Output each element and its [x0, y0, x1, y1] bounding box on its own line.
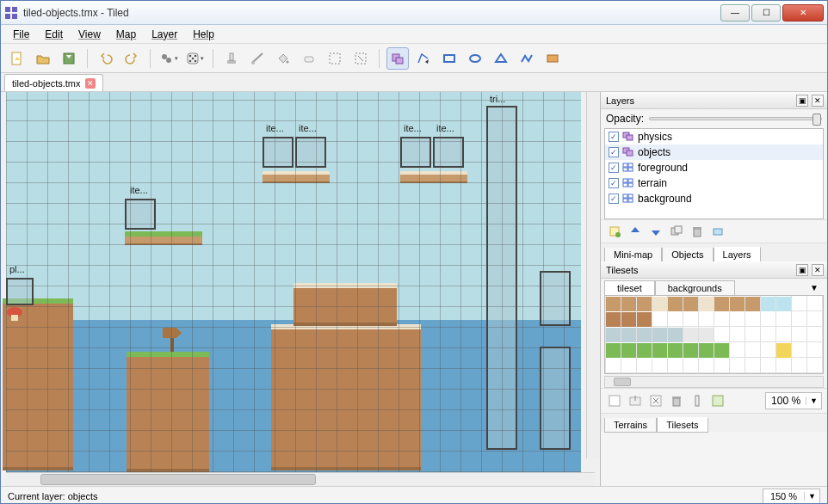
layer-row-terrain[interactable]: ✓ terrain: [605, 175, 823, 191]
layer-row-objects[interactable]: ✓ objects: [605, 144, 823, 160]
object-box[interactable]: [263, 137, 294, 168]
chevron-down-icon[interactable]: ▼: [804, 492, 819, 501]
tile[interactable]: [637, 343, 652, 358]
undock-icon[interactable]: ▣: [796, 264, 808, 276]
menu-help[interactable]: Help: [186, 27, 221, 42]
insert-tile-button[interactable]: [541, 47, 564, 70]
magic-wand-button[interactable]: [349, 47, 372, 70]
tile[interactable]: [776, 297, 791, 311]
tileset-view[interactable]: [604, 295, 824, 374]
tile[interactable]: [652, 343, 667, 358]
tile[interactable]: [745, 297, 760, 311]
undo-button[interactable]: [95, 47, 117, 70]
tile[interactable]: [606, 343, 621, 358]
menu-view[interactable]: View: [71, 27, 108, 42]
tile[interactable]: [637, 297, 652, 311]
layer-row-background[interactable]: ✓ background: [605, 191, 823, 206]
menu-map[interactable]: Map: [109, 27, 143, 42]
import-tileset-button[interactable]: [627, 393, 644, 409]
tile[interactable]: [714, 343, 729, 358]
insert-polygon-button[interactable]: [490, 47, 512, 70]
tab-tilesets[interactable]: Tilesets: [657, 417, 708, 433]
tileset-tab-backgrounds[interactable]: backgrounds: [655, 280, 735, 295]
tile[interactable]: [637, 328, 652, 342]
layer-checkbox[interactable]: ✓: [609, 132, 619, 142]
close-panel-icon[interactable]: ✕: [812, 95, 824, 107]
save-file-button[interactable]: [58, 47, 80, 70]
opacity-slider[interactable]: [649, 117, 822, 120]
tab-terrains[interactable]: Terrains: [604, 418, 657, 433]
rect-select-button[interactable]: [324, 47, 346, 70]
tile[interactable]: [668, 297, 683, 311]
new-layer-button[interactable]: [606, 224, 623, 239]
layer-checkbox[interactable]: ✓: [609, 147, 619, 157]
tab-mini-map[interactable]: Mini-map: [604, 248, 662, 262]
terrain-brush-button[interactable]: [246, 47, 269, 70]
object-box[interactable]: [6, 278, 34, 305]
tile[interactable]: [683, 297, 698, 311]
menu-file[interactable]: File: [6, 27, 36, 42]
tile[interactable]: [683, 328, 698, 342]
tile[interactable]: [699, 343, 714, 358]
object-box[interactable]: [433, 137, 464, 168]
select-objects-button[interactable]: [386, 47, 409, 70]
tile[interactable]: [637, 312, 652, 327]
random-button[interactable]: [183, 47, 206, 70]
tile[interactable]: [761, 297, 775, 311]
tile[interactable]: [621, 297, 636, 311]
document-tab[interactable]: tiled-objects.tmx ✕: [4, 74, 103, 91]
slider-thumb[interactable]: [813, 114, 821, 126]
tile[interactable]: [730, 297, 745, 311]
eraser-button[interactable]: [298, 47, 320, 70]
close-button[interactable]: ✕: [782, 4, 824, 22]
tileset-zoom-combo[interactable]: 100 % ▼: [765, 392, 822, 409]
delete-tileset-button[interactable]: [668, 393, 685, 409]
layer-row-physics[interactable]: ✓ physics: [605, 129, 823, 144]
object-box[interactable]: [125, 199, 156, 230]
layer-checkbox[interactable]: ✓: [609, 163, 619, 173]
tileset-horizontal-scrollbar[interactable]: [604, 376, 824, 388]
chevron-down-icon[interactable]: ▼: [806, 396, 821, 405]
tile[interactable]: [606, 297, 621, 311]
move-layer-up-button[interactable]: [627, 224, 644, 239]
insert-rectangle-button[interactable]: [438, 47, 460, 70]
layer-checkbox[interactable]: ✓: [609, 194, 619, 204]
tile[interactable]: [621, 312, 636, 327]
minimize-button[interactable]: —: [720, 4, 750, 22]
tile[interactable]: [606, 328, 621, 342]
menu-layer[interactable]: Layer: [145, 27, 184, 42]
tile[interactable]: [714, 297, 729, 311]
redo-button[interactable]: [120, 47, 143, 70]
layer-checkbox[interactable]: ✓: [609, 178, 619, 188]
maximize-button[interactable]: ☐: [751, 4, 781, 22]
open-file-button[interactable]: [32, 47, 54, 70]
command-button[interactable]: [158, 47, 180, 70]
insert-polyline-button[interactable]: [516, 47, 538, 70]
new-tileset-button[interactable]: [606, 393, 623, 409]
stamp-brush-button[interactable]: [220, 47, 243, 70]
tile[interactable]: [652, 328, 667, 342]
undock-icon[interactable]: ▣: [796, 95, 808, 107]
zoom-combo[interactable]: 150 % ▼: [763, 489, 820, 504]
show-layers-button[interactable]: [709, 224, 726, 239]
chevron-down-icon[interactable]: ▼: [805, 283, 824, 292]
tile[interactable]: [776, 343, 791, 358]
tile[interactable]: [699, 328, 714, 342]
scrollbar-thumb[interactable]: [614, 378, 631, 386]
close-panel-icon[interactable]: ✕: [812, 264, 824, 276]
tileset-tab-tileset[interactable]: tileset: [604, 280, 655, 295]
duplicate-layer-button[interactable]: [668, 224, 685, 239]
canvas-horizontal-scrollbar[interactable]: [6, 472, 595, 486]
object-box[interactable]: [295, 137, 326, 168]
edit-polygons-button[interactable]: [412, 47, 435, 70]
tile[interactable]: [668, 328, 683, 342]
tab-objects[interactable]: Objects: [662, 248, 713, 262]
canvas-viewport[interactable]: pl... ite... ite... ite... ite... ite...…: [1, 92, 600, 472]
layer-row-foreground[interactable]: ✓ foreground: [605, 160, 823, 175]
new-file-button[interactable]: [6, 47, 28, 70]
tile[interactable]: [652, 297, 667, 311]
tileset-properties-button[interactable]: [709, 393, 726, 409]
object-box[interactable]: [540, 347, 571, 450]
tile[interactable]: [621, 328, 636, 342]
object-box[interactable]: [486, 106, 517, 450]
